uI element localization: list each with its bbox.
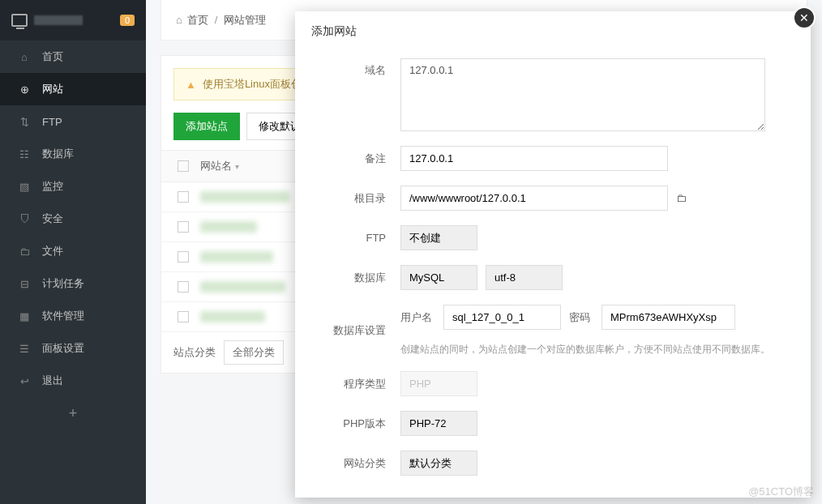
modal-title: 添加网站	[295, 11, 811, 52]
modal-body: 域名 备注 根目录 🗀 FTP 不创建 数据库	[295, 52, 811, 504]
label-db-pass: 密码	[569, 310, 590, 325]
db-select[interactable]: MySQL	[400, 265, 477, 290]
domain-input[interactable]	[400, 58, 765, 131]
db-hint: 创建站点的同时，为站点创建一个对应的数据库帐户，方便不同站点使用不同数据库。	[400, 343, 786, 357]
label-domain: 域名	[319, 58, 400, 78]
db-pass-input[interactable]	[602, 305, 735, 330]
label-db-user: 用户名	[400, 310, 432, 325]
label-phpver: PHP版本	[319, 416, 400, 431]
remark-input[interactable]	[400, 146, 668, 171]
label-root: 根目录	[319, 191, 400, 206]
close-button[interactable]: ✕	[793, 6, 816, 29]
label-category: 网站分类	[319, 456, 400, 471]
label-ftp: FTP	[319, 232, 400, 244]
modal-overlay: ✕ 添加网站 域名 备注 根目录 🗀 FTP 不创建	[0, 0, 822, 504]
program-select: PHP	[400, 371, 477, 396]
label-remark: 备注	[319, 152, 400, 166]
label-program: 程序类型	[319, 377, 400, 391]
root-input[interactable]	[400, 186, 668, 211]
watermark: @51CTO博客	[748, 485, 814, 499]
ftp-select[interactable]: 不创建	[400, 225, 477, 250]
db-user-input[interactable]	[443, 305, 561, 330]
label-db: 数据库	[319, 271, 400, 285]
add-site-modal: ✕ 添加网站 域名 备注 根目录 🗀 FTP 不创建	[295, 11, 811, 498]
folder-browse-icon[interactable]: 🗀	[676, 192, 687, 204]
phpver-select[interactable]: PHP-72	[400, 411, 477, 436]
category-select[interactable]: 默认分类	[400, 451, 477, 476]
label-db-settings: 数据库设置	[319, 323, 400, 338]
charset-select[interactable]: utf-8	[486, 265, 563, 290]
